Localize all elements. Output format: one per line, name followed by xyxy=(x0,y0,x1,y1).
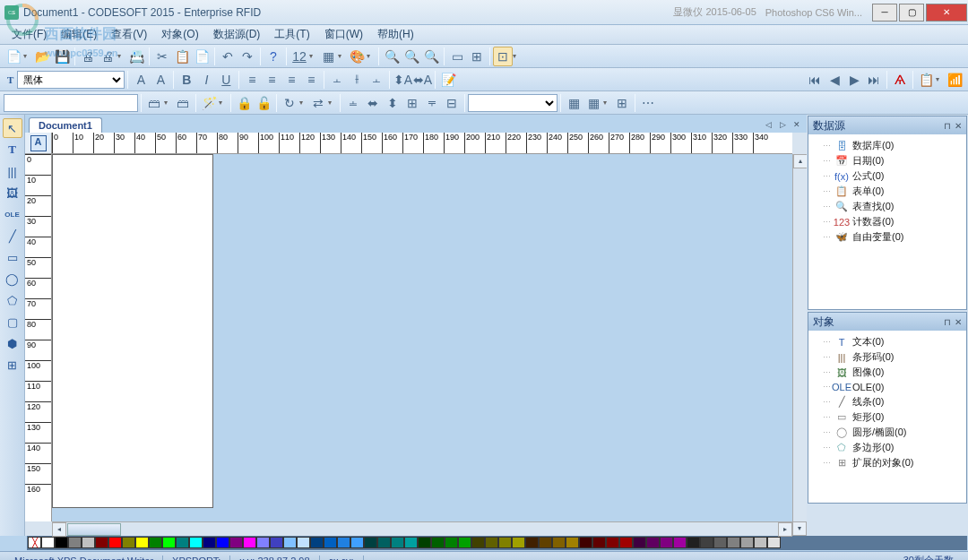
scroll-up-icon[interactable]: ▴ xyxy=(793,154,808,168)
datasource-header[interactable]: 数据源 ⊓✕ xyxy=(808,116,966,134)
color-swatch[interactable] xyxy=(713,537,727,548)
objects-header[interactable]: 对象 ⊓✕ xyxy=(808,313,966,331)
color-swatch[interactable] xyxy=(350,537,364,548)
spacing-button[interactable]: ⊞ xyxy=(612,93,632,113)
color-swatch[interactable] xyxy=(82,537,95,548)
color-swatch[interactable] xyxy=(633,537,646,548)
color-swatch[interactable] xyxy=(55,537,68,548)
datasource-tree[interactable]: ⋯🗄数据库(0)⋯📅日期(0)⋯f(x)公式(0)⋯📋表单(0)⋯🔍表查找(0)… xyxy=(808,134,966,309)
color-swatch[interactable] xyxy=(498,537,512,548)
color-swatch[interactable] xyxy=(579,537,592,548)
datasource-item-1[interactable]: ⋯📅日期(0) xyxy=(812,153,963,168)
color-swatch[interactable] xyxy=(404,537,418,548)
color-swatch[interactable] xyxy=(700,537,713,548)
text-tool[interactable]: T xyxy=(3,140,22,159)
print-button[interactable]: 🖨 xyxy=(78,47,98,66)
valign-mid-button[interactable]: ⫲ xyxy=(347,70,367,90)
layout2-button[interactable]: ⊞ xyxy=(467,47,487,66)
color-swatch[interactable] xyxy=(337,537,350,548)
stamp-tool[interactable]: ⬢ xyxy=(3,333,22,353)
color-swatch[interactable] xyxy=(606,537,619,548)
scroll-down-icon[interactable]: ▾ xyxy=(792,521,807,536)
align-tool-1[interactable]: ⫨ xyxy=(343,93,363,113)
palette-button[interactable]: 🎨 xyxy=(347,47,367,66)
font-grow-button[interactable]: A xyxy=(131,70,151,90)
object-item-8[interactable]: ⋯⊞扩展的对象(0) xyxy=(812,455,963,470)
roundrect-tool[interactable]: ▢ xyxy=(3,312,22,332)
flip-button[interactable]: ⇄ xyxy=(308,93,328,113)
color-swatch[interactable] xyxy=(673,537,687,548)
object-item-4[interactable]: ⋯╱线条(0) xyxy=(812,394,963,409)
grid-button[interactable]: ▦ xyxy=(318,47,338,66)
ellipse-tool[interactable]: ◯ xyxy=(3,269,22,289)
menu-edit[interactable]: 编辑(E) xyxy=(54,25,104,44)
color-swatch[interactable] xyxy=(445,537,458,548)
menu-object[interactable]: 对象(O) xyxy=(154,25,205,44)
scroll-right-icon[interactable]: ▸ xyxy=(778,522,792,537)
db2-button[interactable]: 🗃 xyxy=(173,93,193,113)
label-canvas[interactable] xyxy=(52,154,213,508)
text-prop-button[interactable]: 📝 xyxy=(438,70,458,90)
color-swatch[interactable] xyxy=(566,537,579,548)
fit-text-button[interactable]: ⬍A xyxy=(393,70,412,90)
fit-text2-button[interactable]: ⬌A xyxy=(412,70,432,90)
bold-button[interactable]: B xyxy=(177,70,196,90)
color-swatch[interactable] xyxy=(256,537,270,548)
more-button[interactable]: ⋯ xyxy=(638,93,658,113)
rotate-button[interactable]: ↻ xyxy=(280,93,299,113)
color-swatch[interactable] xyxy=(203,537,216,548)
color-swatch[interactable] xyxy=(122,537,135,548)
menu-tool[interactable]: 工具(T) xyxy=(267,25,316,44)
align-center-button[interactable]: ≡ xyxy=(262,70,281,90)
object-item-0[interactable]: ⋯T文本(0) xyxy=(812,334,963,349)
datasource-item-3[interactable]: ⋯📋表单(0) xyxy=(812,184,963,199)
pin-icon[interactable]: ⊓ xyxy=(944,317,951,327)
valign-bot-button[interactable]: ⫠ xyxy=(367,70,386,90)
menu-window[interactable]: 窗口(W) xyxy=(317,25,370,44)
color-swatch[interactable] xyxy=(41,537,55,548)
object-item-7[interactable]: ⋯⬠多边形(0) xyxy=(812,440,963,455)
pin-icon[interactable]: ⊓ xyxy=(944,121,951,131)
zoom-fit-button[interactable]: 🔍 xyxy=(421,47,441,66)
panel-close-icon[interactable]: ✕ xyxy=(955,121,962,131)
color-swatch[interactable] xyxy=(418,537,431,548)
align-tool-6[interactable]: ⊟ xyxy=(442,93,462,113)
color-swatch[interactable] xyxy=(767,537,781,548)
align-tool-5[interactable]: ⫧ xyxy=(422,93,442,113)
layout-button[interactable]: ▭ xyxy=(447,47,467,66)
copy-button[interactable]: 📋 xyxy=(172,47,192,66)
new-button[interactable]: 📄 xyxy=(4,47,23,66)
plugin-tool[interactable]: ⊞ xyxy=(3,355,22,375)
panel-close-icon[interactable]: ✕ xyxy=(955,317,962,327)
align-tool-4[interactable]: ⊞ xyxy=(402,93,422,113)
datasource-item-0[interactable]: ⋯🗄数据库(0) xyxy=(812,138,963,153)
color-swatch[interactable] xyxy=(377,537,391,548)
underline-button[interactable]: U xyxy=(216,70,236,90)
color-swatch[interactable] xyxy=(619,537,633,548)
color-swatch[interactable] xyxy=(687,537,700,548)
canvas-viewport[interactable] xyxy=(52,154,792,521)
find-button[interactable]: Ѧ xyxy=(890,70,910,90)
align-left-button[interactable]: ≡ xyxy=(242,70,262,90)
barcode-tool[interactable]: ||| xyxy=(3,161,22,181)
color-swatch[interactable] xyxy=(135,537,149,548)
color-swatch[interactable] xyxy=(754,537,767,548)
undo-button[interactable]: ↶ xyxy=(218,47,238,66)
color-swatch[interactable] xyxy=(270,537,283,548)
tab-next-icon[interactable]: ▷ xyxy=(776,120,789,133)
snap-button[interactable]: ⊡ xyxy=(493,47,513,66)
color-swatch[interactable] xyxy=(310,537,324,548)
maximize-button[interactable]: ▢ xyxy=(899,4,924,22)
menu-file[interactable]: 文件(F) xyxy=(4,25,54,44)
nav-next-button[interactable]: ▶ xyxy=(844,70,864,90)
align-justify-button[interactable]: ≡ xyxy=(301,70,321,90)
color-swatch[interactable] xyxy=(324,537,337,548)
tab-close-icon[interactable]: ✕ xyxy=(791,120,803,133)
ole-tool[interactable]: OLE xyxy=(3,204,22,224)
object-item-2[interactable]: ⋯🖼图像(0) xyxy=(812,365,963,380)
color-swatch[interactable] xyxy=(512,537,525,548)
datasource-item-2[interactable]: ⋯f(x)公式(0) xyxy=(812,168,963,184)
doc-tab-1[interactable]: Document1 xyxy=(29,117,102,133)
print-preview-button[interactable]: 🖨 xyxy=(98,47,117,66)
color-swatch[interactable] xyxy=(552,537,566,548)
